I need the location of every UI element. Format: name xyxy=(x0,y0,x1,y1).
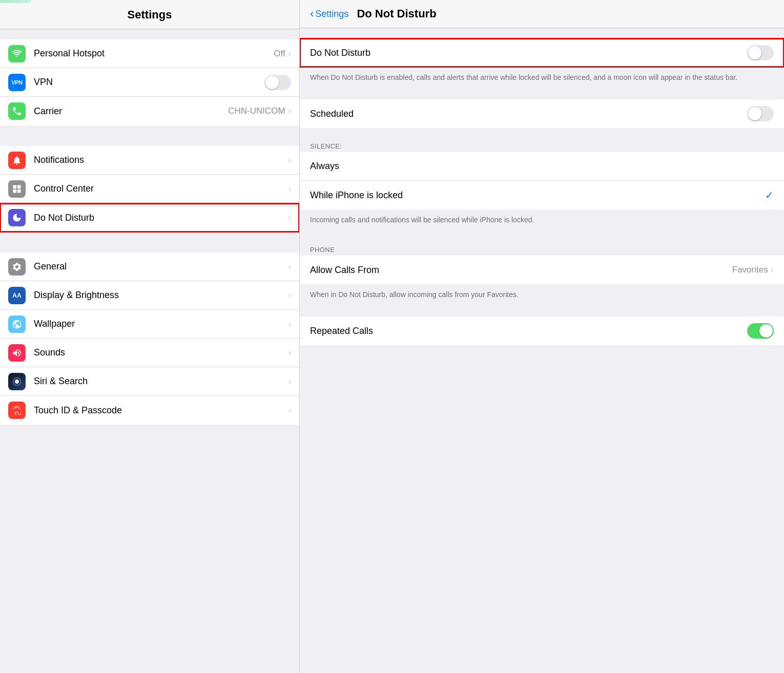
personal-hotspot-label: Personal Hotspot xyxy=(34,48,274,59)
control-center-icon xyxy=(8,180,26,198)
silence-always-row[interactable]: Always xyxy=(300,152,784,181)
allow-calls-chevron: › xyxy=(771,265,774,275)
repeated-calls-toggle[interactable] xyxy=(747,323,774,339)
middle-group: Notifications › Control Center › Do Not … xyxy=(0,146,299,232)
svg-rect-0 xyxy=(13,185,17,188)
sidebar-item-notifications[interactable]: Notifications › xyxy=(0,146,299,175)
wallpaper-chevron: › xyxy=(288,320,291,329)
back-chevron-icon: ‹ xyxy=(310,7,314,20)
right-content: Do Not Disturb When Do Not Disturb is en… xyxy=(300,28,784,673)
siri-search-label: Siri & Search xyxy=(34,376,288,387)
sidebar-item-vpn[interactable]: VPN VPN xyxy=(0,68,299,97)
silence-section: Always While iPhone is locked ✓ xyxy=(300,152,784,209)
notifications-chevron: › xyxy=(288,156,291,165)
general-label: General xyxy=(34,261,288,272)
svg-rect-3 xyxy=(17,189,21,193)
sidebar-item-general[interactable]: General › xyxy=(0,253,299,281)
silence-header: SILENCE: xyxy=(300,138,784,152)
personal-hotspot-chevron: › xyxy=(288,49,291,58)
settings-title: Settings xyxy=(128,8,172,21)
allow-calls-row[interactable]: Allow Calls From Favorites › xyxy=(300,256,784,284)
repeated-calls-row[interactable]: Repeated Calls xyxy=(300,317,784,345)
right-header: ‹ Settings Do Not Disturb xyxy=(300,0,784,28)
wallpaper-label: Wallpaper xyxy=(34,319,288,329)
sidebar-item-sounds[interactable]: Sounds › xyxy=(0,339,299,367)
spacer2 xyxy=(0,232,299,242)
sounds-icon xyxy=(8,344,26,362)
silence-locked-checkmark: ✓ xyxy=(765,189,774,201)
sidebar-item-siri-search[interactable]: Siri & Search › xyxy=(0,367,299,396)
control-center-chevron: › xyxy=(288,184,291,194)
sidebar-item-display-brightness[interactable]: AA Display & Brightness › xyxy=(0,281,299,310)
vpn-icon: VPN xyxy=(8,74,26,91)
allow-calls-label: Allow Calls From xyxy=(310,265,732,276)
scheduled-label: Scheduled xyxy=(310,109,747,119)
main-toggle-description: When Do Not Disturb is enabled, calls an… xyxy=(300,67,784,89)
phone-header: PHONE xyxy=(300,242,784,256)
do-not-disturb-icon xyxy=(8,209,26,226)
do-not-disturb-main-label: Do Not Disturb xyxy=(310,48,747,58)
settings-list: Personal Hotspot Off › VPN VPN Carrier C… xyxy=(0,29,299,673)
control-center-label: Control Center xyxy=(34,183,288,194)
right-panel: ‹ Settings Do Not Disturb Do Not Disturb… xyxy=(300,0,784,673)
detail-spacer6 xyxy=(300,345,784,355)
scheduled-section: Scheduled xyxy=(300,99,784,128)
sounds-chevron: › xyxy=(288,348,291,357)
sidebar-item-control-center[interactable]: Control Center › xyxy=(0,175,299,203)
sidebar-item-do-not-disturb[interactable]: Do Not Disturb › xyxy=(0,203,299,232)
do-not-disturb-main-toggle[interactable] xyxy=(747,45,774,60)
vpn-toggle[interactable] xyxy=(264,75,291,90)
left-panel: Settings Personal Hotspot Off › VPN VPN xyxy=(0,0,300,673)
detail-spacer1 xyxy=(300,28,784,38)
svg-point-4 xyxy=(15,379,19,383)
carrier-label: Carrier xyxy=(34,106,228,117)
display-brightness-label: Display & Brightness xyxy=(34,290,288,301)
personal-hotspot-value: Off xyxy=(274,49,285,59)
sidebar-item-touch-id[interactable]: Touch ID & Passcode › xyxy=(0,396,299,425)
do-not-disturb-toggle-row[interactable]: Do Not Disturb xyxy=(300,38,784,67)
svg-rect-2 xyxy=(13,189,17,193)
detail-title: Do Not Disturb xyxy=(357,7,436,20)
carrier-chevron: › xyxy=(288,107,291,116)
sidebar-item-personal-hotspot[interactable]: Personal Hotspot Off › xyxy=(0,39,299,68)
silence-locked-label: While iPhone is locked xyxy=(310,190,765,201)
scheduled-toggle-knob xyxy=(748,107,761,120)
carrier-value: CHN-UNICOM xyxy=(228,106,285,116)
silence-always-label: Always xyxy=(310,161,774,172)
main-toggle-section: Do Not Disturb xyxy=(300,38,784,67)
scheduled-toggle[interactable] xyxy=(747,106,774,121)
spacer3 xyxy=(0,425,299,435)
general-icon xyxy=(8,258,26,276)
repeated-calls-section: Repeated Calls xyxy=(300,317,784,345)
detail-spacer4 xyxy=(300,232,784,242)
sounds-label: Sounds xyxy=(34,347,288,358)
spacer1 xyxy=(0,125,299,136)
personal-hotspot-icon xyxy=(8,45,26,62)
allow-calls-description: When in Do Not Disturb, allow incoming c… xyxy=(300,284,784,306)
do-not-disturb-toggle-knob xyxy=(748,46,761,59)
sidebar-item-carrier[interactable]: Carrier CHN-UNICOM › xyxy=(0,97,299,125)
svg-rect-1 xyxy=(17,185,21,188)
bottom-group: General › AA Display & Brightness › Wall… xyxy=(0,253,299,425)
do-not-disturb-label: Do Not Disturb xyxy=(34,213,288,223)
back-button[interactable]: ‹ Settings xyxy=(310,7,348,20)
back-label: Settings xyxy=(315,9,348,19)
touch-id-label: Touch ID & Passcode xyxy=(34,405,288,416)
detail-spacer5 xyxy=(300,306,784,317)
left-header: Settings xyxy=(0,0,299,29)
vpn-label: VPN xyxy=(34,77,264,88)
siri-icon xyxy=(8,373,26,390)
display-brightness-chevron: › xyxy=(288,291,291,300)
vpn-toggle-knob xyxy=(265,76,279,89)
silence-locked-row[interactable]: While iPhone is locked ✓ xyxy=(300,181,784,209)
notifications-label: Notifications xyxy=(34,155,288,165)
detail-spacer2 xyxy=(300,89,784,99)
sidebar-item-wallpaper[interactable]: Wallpaper › xyxy=(0,310,299,339)
display-brightness-icon: AA xyxy=(8,287,26,304)
notifications-icon xyxy=(8,152,26,169)
phone-section: Allow Calls From Favorites › xyxy=(300,256,784,284)
scheduled-row[interactable]: Scheduled xyxy=(300,99,784,128)
repeated-calls-toggle-knob xyxy=(759,324,773,338)
wallpaper-icon xyxy=(8,316,26,333)
touch-id-icon xyxy=(8,402,26,419)
